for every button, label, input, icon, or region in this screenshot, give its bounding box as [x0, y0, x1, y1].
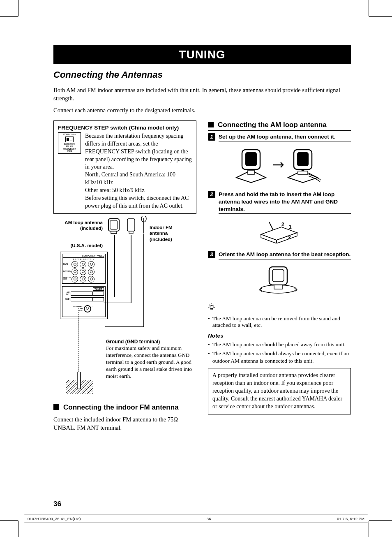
step-number-1: 1 [208, 133, 215, 141]
svg-rect-3 [127, 219, 135, 231]
am-subheading: Connecting the AM loop antenna [208, 120, 351, 131]
svg-rect-1 [110, 220, 118, 229]
note-2: The AM loop antenna should always be con… [212, 350, 351, 365]
step-2-text: Press and hold the tab to insert the AM … [219, 191, 351, 213]
square-bullet-icon [53, 404, 59, 410]
step-2-figure: 2 1 3 [208, 219, 351, 245]
ground-note: Ground (GND terminal) For maximum safety… [106, 339, 192, 380]
step-1-text: Set up the AM loop antenna, then connect… [219, 133, 351, 141]
square-bullet-icon [208, 122, 214, 127]
svg-rect-12 [297, 152, 309, 166]
step-number-2: 2 [208, 191, 215, 198]
am-loop-antenna-icon-2 [126, 217, 137, 237]
rear-panel-icon: COMPONENT VIDEO PR/CR PB/CB Y DVD D-TV/L… [60, 252, 108, 319]
notes-heading: Notes [208, 333, 226, 339]
tip-text: The AM loop antenna can be removed from … [212, 315, 351, 329]
svg-rect-4 [129, 231, 133, 234]
bullet-icon: • [208, 315, 210, 322]
note-1: The AM loop antenna should be placed awa… [212, 341, 346, 348]
am-loop-antenna-label: AM loop antenna (included) [53, 220, 103, 231]
frequency-step-box: FREQUENCY STEP switch (China model only)… [53, 120, 196, 214]
frequency-step-body: Because the interstation frequency spaci… [85, 132, 192, 210]
fm-subheading: Connecting the indoor FM antenna [53, 403, 196, 413]
step-3-text: Orient the AM loop antenna for the beat … [219, 251, 351, 258]
section-heading: Connecting the Antennas [53, 69, 351, 82]
usa-model-label: (U.S.A. model) [53, 243, 103, 248]
bullet-icon: • [208, 350, 210, 365]
antenna-wiring-diagram: AM loop antenna (included) Indoor FM ant… [53, 220, 196, 396]
svg-rect-10 [245, 152, 257, 166]
indoor-fm-antenna-icon [139, 216, 149, 234]
svg-rect-13 [298, 171, 308, 174]
footer-page: 36 [207, 516, 211, 521]
svg-text:3: 3 [288, 235, 291, 241]
fm-body: Connect the included indoor FM antenna t… [53, 416, 196, 432]
svg-text:2: 2 [281, 222, 284, 227]
chapter-heading: TUNING [53, 45, 351, 64]
print-footer: 0107HTR5490_36-41_EN(UA) 36 01.7.6, 6:12… [24, 514, 368, 523]
svg-text:1: 1 [289, 224, 292, 230]
intro-paragraph-1: Both AM and FM indoor antennas are inclu… [53, 86, 351, 102]
footer-file: 0107HTR5490_36-41_EN(UA) [28, 516, 81, 521]
ground-hatch-icon [65, 372, 94, 395]
svg-rect-19 [274, 285, 282, 289]
am-loop-antenna-icon [106, 217, 124, 237]
step-number-3: 3 [208, 251, 215, 258]
frequency-step-switch-icon: 100kHz/10kHz 50kHz/9kHz FM AM FREQUENCY … [58, 132, 81, 210]
bullet-icon: • [208, 341, 210, 348]
frequency-step-title: FREQUENCY STEP switch (China model only) [58, 124, 192, 132]
step-3-figure [208, 264, 351, 296]
footer-date: 01.7.6, 6:12 PM [337, 516, 364, 521]
step-1-figure [208, 146, 351, 185]
svg-rect-8 [77, 372, 81, 389]
lightbulb-icon [208, 303, 215, 312]
outdoor-antenna-info: A properly installed outdoor antenna pro… [208, 368, 351, 414]
page-number: 36 [53, 500, 61, 508]
intro-paragraph-2: Connect each antenna correctly to the de… [53, 106, 351, 115]
indoor-fm-antenna-label: Indoor FM antenna (included) [150, 225, 173, 242]
